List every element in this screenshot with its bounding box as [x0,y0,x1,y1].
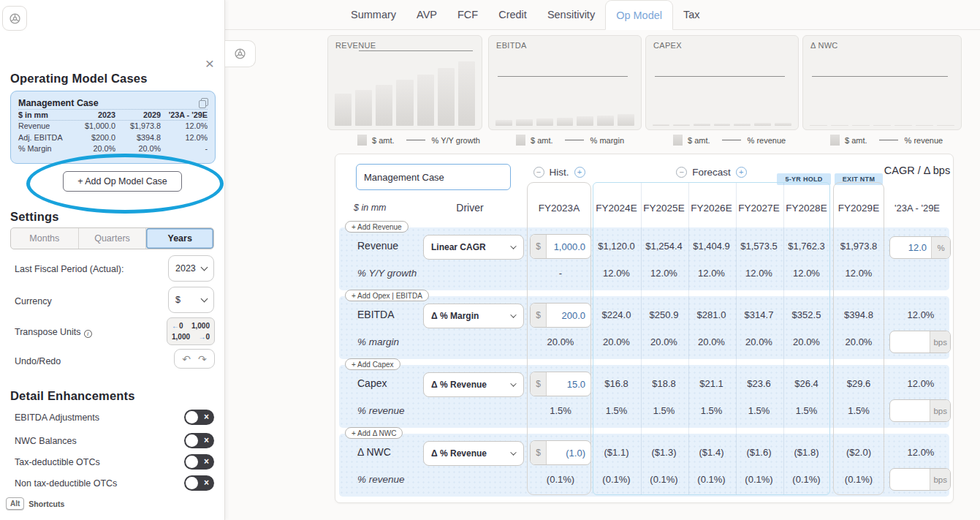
section-2-value-cell: $16.8 [593,369,640,397]
chart-bar [916,125,933,126]
section-1-fy2023-input[interactable] [547,304,590,327]
legend-capex: $ amt. % revenue [673,135,786,146]
add-row-chip[interactable]: + Add Capex [345,358,400,370]
legend-line-label: % revenue [905,136,943,145]
legend-line-label: % Y/Y growth [432,136,480,145]
section-3-value-cell: ($1.1) [593,438,640,466]
legend-ebitda: $ amt. % margin [516,135,624,146]
line-swatch-icon [406,140,425,141]
section-3-sub-fy2023-cell: (0.1%) [528,467,593,491]
section-1-sub-cagr-inputbox: bps [889,331,951,353]
section-0-value-cell: $1,120.0 [593,232,640,260]
segment-years[interactable]: Years [146,228,213,249]
section-0-sub-fy2023-cell: - [528,261,593,285]
toggle-ebitda-adjustments[interactable]: × [184,410,214,425]
section-2-sub-cagr-input[interactable] [890,400,930,421]
chart-bar [458,61,475,126]
driver-header: Driver [419,195,520,220]
toggle-tax-deductible-otcs[interactable]: × [184,454,214,470]
add-op-model-case-button[interactable]: + Add Op Model Case [63,171,182,192]
tab-credit[interactable]: Credit [488,0,537,29]
section-0-cagr-input[interactable] [890,237,931,258]
bar-swatch-icon [357,135,367,146]
case-name-input[interactable] [356,164,511,190]
transpose-units-button[interactable]: ←0 1,000 1,000 →0 [167,317,215,345]
section-0-fy2023-input[interactable] [547,235,590,258]
section-1-value-cell: $314.7 [735,301,783,328]
section-1-value-cell: $352.5 [783,301,830,328]
section-1-value-cell: $281.0 [688,301,735,328]
chevron-down-icon [510,312,516,317]
currency-prefix: $ [531,441,547,464]
add-row-chip[interactable]: + Add Revenue [345,221,409,233]
duplicate-case-icon[interactable] [199,98,208,108]
tab-summary[interactable]: Summary [341,0,406,29]
segment-quarters[interactable]: Quarters [79,228,147,249]
chevron-down-icon [510,380,516,386]
close-icon[interactable]: × [205,56,214,71]
forecast-add-icon[interactable]: + [736,167,747,178]
tab-op-model[interactable]: Op Model [605,0,673,30]
currency-select[interactable]: $ [168,287,214,313]
settings-gear-button[interactable] [2,6,27,31]
undo-redo-group: ↶ ↷ [174,349,215,369]
growth-line [359,50,473,51]
section-0-driver-select[interactable]: Linear CAGR [423,235,524,260]
col-fy2026e: FY2026E [688,195,735,220]
toggle-non-tax-deductible-otcs[interactable]: × [184,475,214,491]
section-3-fy2023-input[interactable] [547,441,590,464]
undo-icon[interactable]: ↶ [182,353,191,365]
add-row-chip[interactable]: + Add Opex | EBITDA [345,290,429,301]
tab-tax[interactable]: Tax [673,0,710,29]
section-2-fy2023-input[interactable] [547,372,590,396]
section-1-sub-cagr-input[interactable] [890,331,930,353]
tab-sensitivity[interactable]: Sensitivity [537,0,605,29]
section-3-sub-cagr-input[interactable] [890,469,930,490]
line-swatch-icon [879,140,898,141]
panel-drawer-handle[interactable] [225,40,256,67]
chart-bar [376,85,392,126]
hist-remove-icon[interactable]: − [533,167,544,178]
non-tax-deductible-otcs-label: Non tax-deductible OTCs [15,478,117,489]
currency-label: Currency [15,296,52,306]
section-2-sub-exit-cell: 1.5% [833,399,884,422]
section-2-sub-value-cell: 1.5% [735,399,783,422]
section-3-fy2023-inputbox: $ [530,440,591,465]
section-1-sub-value-cell: 20.0% [783,330,830,353]
section-3-driver-select[interactable]: Δ % Revenue [423,441,524,466]
section-3-cagr-value: 12.0% [888,438,954,466]
exit-ntm-badge: EXIT NTM [835,173,883,185]
section-3-sub-cagr-inputbox: bps [889,468,951,491]
section-2-sub-cagr-inputbox: bps [889,399,951,422]
last-fiscal-value: 2023 [175,263,196,274]
chart-bar [653,124,669,126]
add-row-chip[interactable]: + Add Δ NWC [345,427,403,439]
hist-add-icon[interactable]: + [574,167,585,178]
tab-avp[interactable]: AVP [406,0,447,29]
chart-revenue: REVENUE [327,35,482,130]
chart-bar [852,125,870,126]
section-2-driver-select[interactable]: Δ % Revenue [423,372,524,397]
chart-bars [495,53,634,126]
chart-bars [653,53,791,126]
redo-icon[interactable]: ↷ [198,353,207,365]
last-fiscal-select[interactable]: 2023 [168,255,214,282]
chart-bar [831,125,848,126]
section-3-value-cell: ($1.4) [688,438,735,466]
legend-delta-nwc: $ amt. % revenue [830,135,943,146]
tab-fcf[interactable]: FCF [447,0,488,29]
case-card-header: $ in mm 2023 2029 '23A - '29E [18,109,208,121]
chart-ebitda: EBITDA [488,35,642,130]
shortcuts-label: Shortcuts [29,500,64,508]
section-1-sub-label: % margin [357,330,399,353]
section-0-label: Revenue [357,232,398,260]
toggle-nwc-balances[interactable]: × [184,433,214,448]
chart-delta-nwc: Δ NWC [802,35,962,130]
section-1-driver-select[interactable]: Δ % Margin [423,304,524,328]
section-2-sub-value-cell: 1.5% [593,399,640,422]
chart-bar [495,120,512,126]
section-0-value-cell: $1,254.4 [640,232,688,260]
segment-months[interactable]: Months [11,228,79,249]
management-case-card[interactable]: Management Case $ in mm 2023 2029 '23A -… [10,91,216,164]
forecast-remove-icon[interactable]: − [676,167,687,178]
